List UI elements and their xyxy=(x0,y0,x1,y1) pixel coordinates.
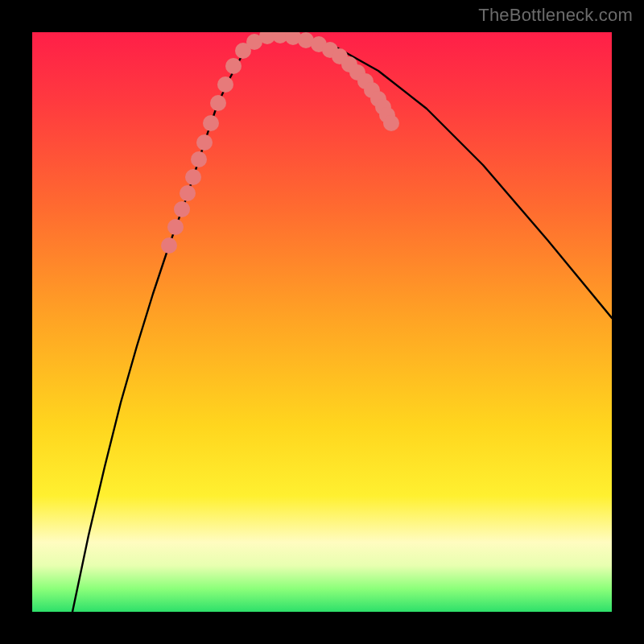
highlight-marker xyxy=(370,91,386,107)
highlight-marker xyxy=(174,201,190,217)
highlight-marker xyxy=(259,32,275,44)
highlight-marker xyxy=(246,34,262,50)
highlight-marker xyxy=(167,219,184,235)
highlight-marker xyxy=(298,32,314,48)
highlight-marker xyxy=(191,151,207,167)
highlight-marker xyxy=(196,134,213,151)
highlight-marker xyxy=(225,58,242,74)
highlight-marker xyxy=(235,43,251,59)
highlight-marker xyxy=(322,42,338,58)
bottleneck-curve xyxy=(72,34,612,612)
highlight-marker xyxy=(311,36,327,52)
highlight-marker xyxy=(379,107,395,123)
highlight-marker xyxy=(185,169,201,185)
highlight-marker xyxy=(341,56,357,72)
highlight-marker xyxy=(210,95,226,111)
highlight-marker xyxy=(349,64,365,80)
highlight-marker xyxy=(332,48,348,64)
watermark-text: TheBottleneck.com xyxy=(478,5,633,26)
highlight-marker xyxy=(383,115,399,131)
highlight-marker xyxy=(357,73,374,89)
highlight-marker xyxy=(217,76,233,93)
curve-svg xyxy=(32,32,612,612)
chart-frame: TheBottleneck.com xyxy=(0,0,644,644)
highlight-marker xyxy=(375,99,391,115)
highlight-marker xyxy=(272,32,288,43)
highlight-marker xyxy=(161,237,177,254)
highlight-marker xyxy=(364,82,380,98)
highlight-marker xyxy=(180,185,196,201)
highlight-marker xyxy=(285,32,301,45)
highlight-marker xyxy=(203,115,219,131)
plot-area xyxy=(32,32,612,612)
